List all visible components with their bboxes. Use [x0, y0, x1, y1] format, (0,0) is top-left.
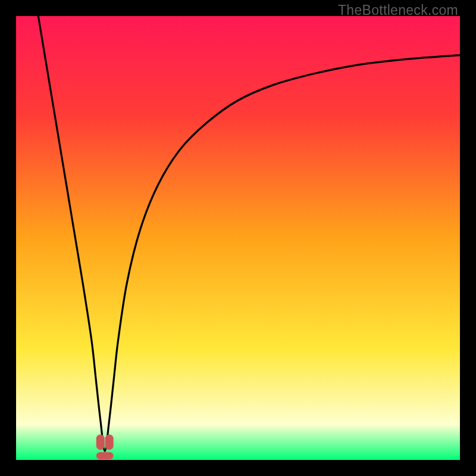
bottleneck-chart — [16, 16, 460, 460]
min-marker-connector — [96, 452, 114, 459]
min-marker-left — [96, 434, 105, 450]
plot-area — [16, 16, 460, 460]
watermark-text: TheBottleneck.com — [338, 2, 458, 18]
gradient-background — [16, 16, 460, 460]
min-marker-right — [105, 434, 114, 450]
outer-frame: TheBottleneck.com — [0, 0, 476, 476]
